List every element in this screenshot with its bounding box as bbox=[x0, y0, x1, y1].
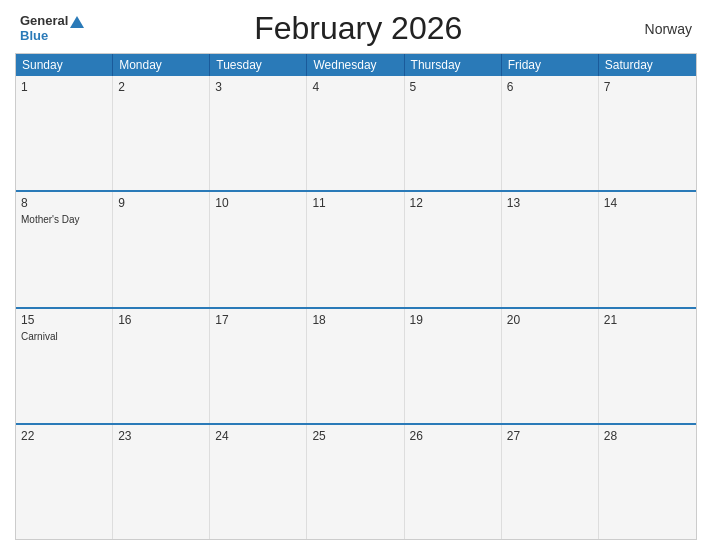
day-cell-8: 8Mother's Day bbox=[16, 192, 113, 306]
day-cell-1: 1 bbox=[16, 76, 113, 190]
day-cell-4: 4 bbox=[307, 76, 404, 190]
day-cell-3: 3 bbox=[210, 76, 307, 190]
logo-blue-text: Blue bbox=[20, 29, 48, 43]
day-cell-10: 10 bbox=[210, 192, 307, 306]
country-label: Norway bbox=[632, 21, 692, 37]
header-friday: Friday bbox=[502, 54, 599, 76]
logo-general-text: General bbox=[20, 14, 84, 28]
calendar-header: General Blue February 2026 Norway bbox=[15, 10, 697, 47]
day-cell-14: 14 bbox=[599, 192, 696, 306]
day-cell-26: 26 bbox=[405, 425, 502, 539]
day-cell-6: 6 bbox=[502, 76, 599, 190]
day-cell-18: 18 bbox=[307, 309, 404, 423]
week-3: 15Carnival 16 17 18 19 20 21 bbox=[16, 307, 696, 423]
day-cell-5: 5 bbox=[405, 76, 502, 190]
day-cell-2: 2 bbox=[113, 76, 210, 190]
week-2: 8Mother's Day 9 10 11 12 13 14 bbox=[16, 190, 696, 306]
day-cell-15: 15Carnival bbox=[16, 309, 113, 423]
header-sunday: Sunday bbox=[16, 54, 113, 76]
day-cell-17: 17 bbox=[210, 309, 307, 423]
day-cell-21: 21 bbox=[599, 309, 696, 423]
logo-triangle-icon bbox=[70, 16, 84, 28]
header-tuesday: Tuesday bbox=[210, 54, 307, 76]
calendar-grid: Sunday Monday Tuesday Wednesday Thursday… bbox=[15, 53, 697, 540]
day-cell-27: 27 bbox=[502, 425, 599, 539]
calendar-title: February 2026 bbox=[84, 10, 632, 47]
calendar-page: General Blue February 2026 Norway Sunday… bbox=[0, 0, 712, 550]
day-cell-23: 23 bbox=[113, 425, 210, 539]
day-cell-20: 20 bbox=[502, 309, 599, 423]
day-headers-row: Sunday Monday Tuesday Wednesday Thursday… bbox=[16, 54, 696, 76]
day-cell-13: 13 bbox=[502, 192, 599, 306]
week-1: 1 2 3 4 5 6 7 bbox=[16, 76, 696, 190]
day-cell-12: 12 bbox=[405, 192, 502, 306]
day-cell-9: 9 bbox=[113, 192, 210, 306]
week-4: 22 23 24 25 26 27 28 bbox=[16, 423, 696, 539]
day-cell-24: 24 bbox=[210, 425, 307, 539]
header-monday: Monday bbox=[113, 54, 210, 76]
day-cell-25: 25 bbox=[307, 425, 404, 539]
logo: General Blue bbox=[20, 14, 84, 43]
header-wednesday: Wednesday bbox=[307, 54, 404, 76]
day-cell-19: 19 bbox=[405, 309, 502, 423]
day-cell-28: 28 bbox=[599, 425, 696, 539]
header-thursday: Thursday bbox=[405, 54, 502, 76]
day-cell-22: 22 bbox=[16, 425, 113, 539]
day-cell-16: 16 bbox=[113, 309, 210, 423]
day-cell-7: 7 bbox=[599, 76, 696, 190]
day-cell-11: 11 bbox=[307, 192, 404, 306]
calendar-weeks: 1 2 3 4 5 6 7 8Mother's Day 9 10 11 12 1… bbox=[16, 76, 696, 539]
header-saturday: Saturday bbox=[599, 54, 696, 76]
